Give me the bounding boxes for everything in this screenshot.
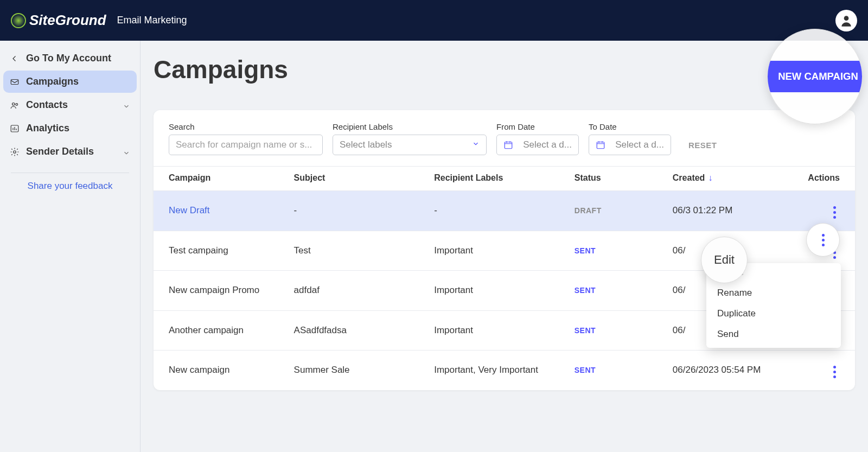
sidebar-item-sender-details[interactable]: Sender Details bbox=[3, 141, 137, 163]
col-status[interactable]: Status bbox=[575, 167, 673, 191]
sidebar-item-label: Analytics bbox=[26, 123, 69, 134]
search-input[interactable] bbox=[169, 135, 323, 155]
from-date-label: From Date bbox=[496, 122, 579, 131]
edit-bubble-label[interactable]: Edit bbox=[714, 253, 735, 267]
cell-campaign: Another campaign bbox=[154, 310, 294, 351]
search-label: Search bbox=[169, 122, 323, 131]
cell-campaign: New campaign Promo bbox=[154, 271, 294, 311]
col-created[interactable]: Created↓ bbox=[673, 167, 799, 191]
chevron-down-icon bbox=[472, 139, 480, 150]
cell-campaign: New campaign bbox=[154, 351, 294, 390]
chevron-down-icon bbox=[123, 148, 130, 156]
svg-point-2 bbox=[12, 103, 15, 105]
main: Campaigns Search Recipient Labels Select… bbox=[141, 41, 868, 452]
sidebar-divider bbox=[11, 173, 129, 173]
from-date-placeholder: Select a d... bbox=[523, 139, 572, 150]
labels-select-placeholder: Select labels bbox=[340, 139, 392, 150]
page-title: Campaigns bbox=[154, 55, 288, 84]
calendar-icon bbox=[596, 140, 605, 150]
user-icon bbox=[839, 14, 853, 28]
cell-subject: - bbox=[294, 191, 435, 231]
labels-label: Recipient Labels bbox=[333, 122, 487, 131]
sidebar-item-label: Contacts bbox=[26, 99, 68, 111]
to-date-placeholder: Select a d... bbox=[615, 139, 664, 150]
cell-labels: Important, Very Important bbox=[434, 351, 575, 390]
sidebar-back-label: Go To My Account bbox=[26, 53, 111, 64]
topbar-left: SiteGround Email Marketing bbox=[11, 12, 187, 29]
topbar: SiteGround Email Marketing bbox=[0, 0, 868, 41]
status-badge: SENT bbox=[575, 366, 596, 374]
reset-button[interactable]: RESET bbox=[688, 141, 717, 150]
logo-text: SiteGround bbox=[29, 12, 106, 29]
status-badge: SENT bbox=[575, 326, 596, 335]
highlight-kebab bbox=[806, 223, 840, 257]
cell-created: 06/26/2023 05:54 PM bbox=[673, 351, 799, 390]
svg-rect-7 bbox=[597, 142, 604, 149]
dropdown-item-send[interactable]: Send bbox=[706, 324, 841, 345]
highlight-new-campaign: NEW CAMPAIGN bbox=[767, 29, 863, 124]
row-actions-button[interactable] bbox=[829, 364, 840, 380]
status-badge: DRAFT bbox=[575, 206, 602, 215]
labels-select[interactable]: Select labels bbox=[333, 135, 487, 155]
avatar[interactable] bbox=[835, 10, 857, 31]
dropdown-item-duplicate[interactable]: Duplicate bbox=[706, 303, 841, 324]
cell-labels: Important bbox=[434, 310, 575, 351]
cell-subject: adfdaf bbox=[294, 271, 435, 311]
calendar-icon bbox=[503, 140, 513, 150]
sidebar-back[interactable]: Go To My Account bbox=[3, 47, 137, 69]
chart-icon bbox=[10, 124, 20, 133]
to-date-label: To Date bbox=[589, 122, 671, 131]
cell-subject: ASadfdfadsa bbox=[294, 310, 435, 351]
cell-subject: Summer Sale bbox=[294, 351, 435, 390]
cell-labels: - bbox=[434, 191, 575, 231]
svg-point-0 bbox=[844, 16, 849, 21]
logo-swirl-icon bbox=[11, 13, 26, 28]
sidebar-item-label: Sender Details bbox=[26, 146, 94, 157]
page-head: Campaigns bbox=[154, 55, 855, 84]
sidebar: Go To My Account Campaigns Contacts Anal… bbox=[0, 41, 141, 452]
new-campaign-button[interactable]: NEW CAMPAIGN bbox=[767, 61, 863, 92]
filter-bar: Search Recipient Labels Select labels Fr… bbox=[154, 110, 855, 166]
row-actions-button-highlighted[interactable] bbox=[818, 232, 828, 248]
table-row: New campaign Summer Sale Important, Very… bbox=[154, 351, 855, 390]
col-subject[interactable]: Subject bbox=[294, 167, 435, 191]
cell-subject: Test bbox=[294, 231, 435, 271]
cell-labels: Important bbox=[434, 231, 575, 271]
status-badge: SENT bbox=[575, 286, 596, 295]
svg-rect-1 bbox=[11, 79, 18, 84]
status-badge: SENT bbox=[575, 246, 596, 255]
mail-icon bbox=[10, 77, 20, 87]
sidebar-item-campaigns[interactable]: Campaigns bbox=[3, 71, 137, 93]
cell-created: 06/3 01:22 PM bbox=[673, 191, 799, 231]
from-date-input[interactable]: Select a d... bbox=[496, 135, 579, 155]
cell-labels: Important bbox=[434, 271, 575, 311]
svg-point-3 bbox=[16, 103, 18, 105]
dropdown-item-rename[interactable]: Rename bbox=[706, 283, 841, 303]
arrow-left-icon bbox=[10, 54, 20, 63]
cell-campaign: Test campaing bbox=[154, 231, 294, 271]
sidebar-item-contacts[interactable]: Contacts bbox=[3, 94, 137, 116]
to-date-input[interactable]: Select a d... bbox=[589, 135, 671, 155]
table-header-row: Campaign Subject Recipient Labels Status… bbox=[154, 167, 855, 191]
sidebar-item-analytics[interactable]: Analytics bbox=[3, 117, 137, 139]
chevron-down-icon bbox=[123, 101, 130, 109]
svg-rect-6 bbox=[505, 142, 512, 149]
table-row: New Draft - - DRAFT 06/3 01:22 PM bbox=[154, 191, 855, 231]
col-campaign[interactable]: Campaign bbox=[154, 167, 294, 191]
topbar-section-title: Email Marketing bbox=[117, 15, 187, 26]
svg-point-5 bbox=[14, 150, 16, 153]
sidebar-item-label: Campaigns bbox=[26, 76, 79, 87]
campaigns-card: Search Recipient Labels Select labels Fr… bbox=[154, 110, 855, 390]
sort-desc-icon: ↓ bbox=[708, 173, 712, 182]
row-actions-button[interactable] bbox=[829, 205, 840, 221]
highlight-edit: Edit bbox=[701, 237, 748, 283]
col-actions: Actions bbox=[799, 167, 855, 191]
col-labels[interactable]: Recipient Labels bbox=[434, 167, 575, 191]
gear-icon bbox=[10, 147, 20, 157]
feedback-link[interactable]: Share your feedback bbox=[3, 181, 137, 192]
logo[interactable]: SiteGround bbox=[11, 12, 106, 29]
people-icon bbox=[10, 100, 20, 110]
campaign-link[interactable]: New Draft bbox=[169, 205, 210, 215]
